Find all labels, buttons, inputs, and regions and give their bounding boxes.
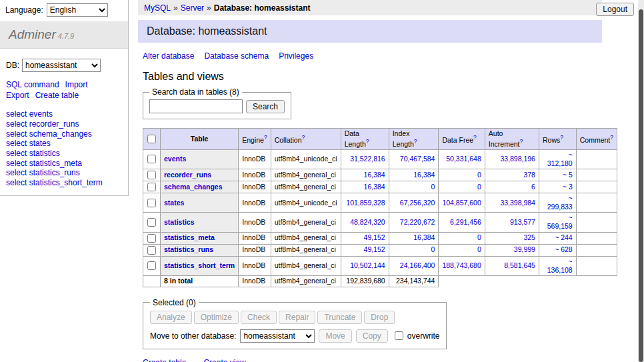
rows-link[interactable]: ~ 312,180: [547, 151, 573, 167]
rows-link[interactable]: ~ 3: [563, 183, 573, 191]
table-name-link[interactable]: statistics: [164, 218, 195, 226]
data-length-link[interactable]: 10,502,144: [350, 261, 385, 269]
index-length-link[interactable]: 0: [431, 245, 435, 253]
data-length-link[interactable]: 49,152: [364, 233, 385, 241]
row-checkbox[interactable]: [147, 261, 156, 270]
logout-button[interactable]: Logout: [596, 3, 634, 16]
row-checkbox[interactable]: [147, 246, 156, 255]
auto-increment-link[interactable]: 8,581,645: [504, 261, 535, 269]
sidebar-sql-command-link[interactable]: SQL command: [6, 80, 59, 89]
help-link[interactable]: ?: [520, 138, 523, 145]
auto-increment-link[interactable]: 33,398,984: [500, 199, 535, 207]
select-statistics-meta-link[interactable]: select statistics_meta: [6, 159, 82, 168]
index-length-link[interactable]: 16,384: [413, 171, 435, 179]
breadcrumb-mysql-link[interactable]: MySQL: [144, 3, 171, 13]
data-free-link[interactable]: 6,291,456: [450, 218, 481, 226]
analyze-button[interactable]: Analyze: [150, 311, 192, 324]
scrollbar-thumb[interactable]: [639, 9, 643, 362]
sidebar-create-table-link[interactable]: Create table: [35, 91, 79, 100]
select-recorder-runs-link[interactable]: select recorder_runs: [6, 119, 79, 129]
data-free-link[interactable]: 0: [477, 171, 481, 179]
data-free-link[interactable]: 0: [477, 245, 481, 253]
rows-link[interactable]: ~ 244: [555, 233, 573, 241]
data-length-link[interactable]: 31,522,816: [350, 155, 385, 163]
create-view-link[interactable]: Create view: [203, 358, 245, 362]
truncate-button[interactable]: Truncate: [317, 311, 362, 324]
data-free-link[interactable]: 50,331,648: [446, 155, 481, 163]
db-select[interactable]: homeassistant: [22, 59, 101, 72]
select-schema-changes-link[interactable]: select schema_changes: [6, 129, 92, 139]
select-states-link[interactable]: select states: [6, 139, 51, 148]
select-all-checkbox[interactable]: [147, 135, 156, 143]
auto-increment-link[interactable]: 913,577: [510, 218, 535, 226]
auto-increment-link[interactable]: 325: [523, 233, 535, 241]
select-statistics-short-term-link[interactable]: select statistics_short_term: [6, 178, 103, 187]
index-length-link[interactable]: 0: [431, 183, 435, 191]
help-link[interactable]: ?: [302, 134, 305, 141]
help-link[interactable]: ?: [264, 134, 267, 141]
database-schema-link[interactable]: Database schema: [204, 51, 269, 61]
data-length-link[interactable]: 49,152: [364, 245, 385, 253]
row-checkbox[interactable]: [147, 155, 156, 163]
auto-increment-link[interactable]: 33,898,196: [500, 155, 535, 163]
data-length-link[interactable]: 16,384: [364, 183, 385, 191]
help-link[interactable]: ?: [366, 138, 369, 145]
create-table-link[interactable]: Create table: [143, 358, 186, 362]
data-length-link[interactable]: 101,859,328: [346, 199, 385, 207]
data-free-link[interactable]: 104,857,600: [442, 199, 481, 207]
help-link[interactable]: ?: [473, 134, 477, 141]
vertical-scrollbar[interactable]: [638, 0, 644, 362]
row-checkbox[interactable]: [147, 171, 156, 179]
table-name-link[interactable]: statistics_short_term: [164, 261, 235, 269]
table-name-link[interactable]: schema_changes: [164, 183, 223, 191]
rows-link[interactable]: ~ 628: [555, 245, 573, 253]
data-free-link[interactable]: 0: [477, 183, 481, 191]
sidebar-export-link[interactable]: Export: [6, 91, 29, 100]
check-button[interactable]: Check: [241, 311, 277, 324]
auto-increment-link[interactable]: 39,999: [514, 245, 535, 253]
copy-button[interactable]: Copy: [356, 329, 388, 343]
row-checkbox[interactable]: [147, 234, 156, 243]
index-length-link[interactable]: 24,166,400: [400, 261, 435, 269]
language-select[interactable]: English: [47, 3, 108, 17]
logo-text[interactable]: Adminer: [9, 27, 56, 41]
select-events-link[interactable]: select events: [6, 109, 53, 119]
select-statistics-runs-link[interactable]: select statistics_runs: [6, 168, 80, 177]
index-length-link[interactable]: 67,256,320: [400, 199, 435, 207]
alter-database-link[interactable]: Alter database: [143, 51, 194, 61]
privileges-link[interactable]: Privileges: [279, 51, 313, 61]
help-link[interactable]: ?: [560, 134, 563, 141]
table-name-link[interactable]: recorder_runs: [164, 171, 211, 179]
row-checkbox[interactable]: [147, 183, 156, 191]
auto-increment-link[interactable]: 6: [531, 183, 535, 191]
auto-increment-link[interactable]: 378: [523, 171, 535, 179]
move-button[interactable]: Move: [319, 329, 351, 343]
rows-link[interactable]: ~ 299,833: [547, 194, 573, 211]
select-statistics-link[interactable]: select statistics: [6, 149, 60, 158]
drop-button[interactable]: Drop: [364, 311, 395, 324]
breadcrumb-server-link[interactable]: Server: [181, 3, 204, 13]
move-db-select[interactable]: homeassistant: [240, 329, 315, 343]
rows-link[interactable]: ~ 5: [563, 171, 573, 179]
data-length-link[interactable]: 16,384: [364, 171, 385, 179]
overwrite-checkbox[interactable]: [395, 331, 403, 340]
table-name-link[interactable]: states: [164, 199, 184, 207]
search-input[interactable]: [149, 99, 243, 113]
help-link[interactable]: ?: [610, 134, 613, 141]
table-name-link[interactable]: statistics_runs: [164, 245, 213, 253]
help-link[interactable]: ?: [414, 138, 417, 145]
row-checkbox[interactable]: [147, 199, 156, 207]
optimize-button[interactable]: Optimize: [194, 311, 239, 324]
search-button[interactable]: Search: [246, 100, 285, 113]
index-length-link[interactable]: 16,384: [413, 233, 435, 241]
table-name-link[interactable]: events: [164, 155, 186, 163]
data-free-link[interactable]: 0: [477, 233, 481, 241]
data-free-link[interactable]: 188,743,680: [442, 261, 481, 269]
index-length-link[interactable]: 70,467,584: [400, 155, 435, 163]
sidebar-import-link[interactable]: Import: [65, 80, 88, 89]
row-checkbox[interactable]: [147, 218, 156, 227]
index-length-link[interactable]: 72,220,672: [400, 218, 435, 226]
repair-button[interactable]: Repair: [279, 311, 315, 324]
rows-link[interactable]: ~ 136,108: [547, 257, 573, 274]
data-length-link[interactable]: 48,824,320: [350, 218, 385, 226]
